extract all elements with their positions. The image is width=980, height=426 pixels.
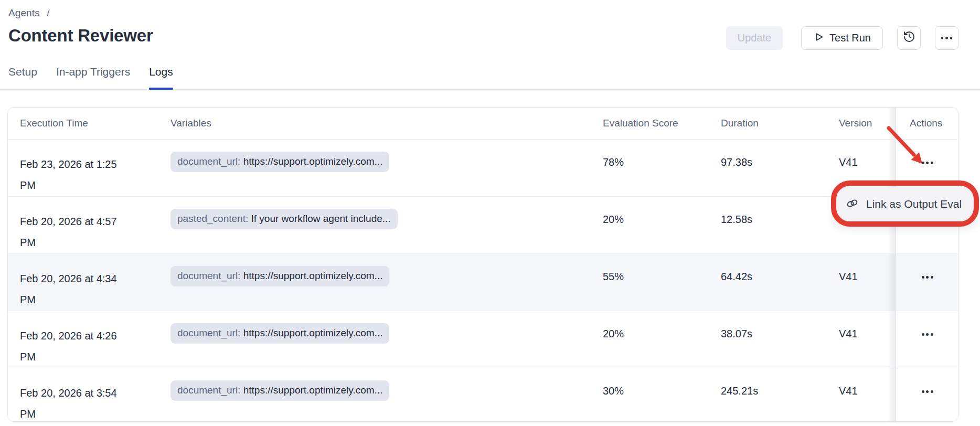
link-icon [845, 196, 859, 212]
table-row[interactable]: Feb 23, 2026 at 1:25 PM document_url: ht… [8, 140, 958, 197]
tab-in-app-triggers[interactable]: In-app Triggers [56, 66, 130, 89]
tab-logs[interactable]: Logs [149, 66, 173, 89]
table-row[interactable]: Feb 20, 2026 at 4:34 PM document_url: ht… [8, 254, 958, 311]
table-row[interactable]: Feb 20, 2026 at 4:57 PM pasted_content: … [8, 197, 958, 254]
variable-value: https://support.optimizely.com... [243, 156, 383, 167]
row-actions-button[interactable] [921, 331, 934, 338]
variable-value: https://support.optimizely.com... [243, 385, 383, 396]
variable-name: document_url: [177, 385, 240, 396]
execution-time-cell: Feb 20, 2026 at 4:26 PM [8, 311, 163, 368]
logs-table-card: Execution Time Variables Evaluation Scor… [7, 107, 958, 422]
test-run-button[interactable]: Test Run [801, 26, 883, 50]
variable-value: https://support.optimizely.com... [243, 327, 383, 338]
tab-bar: Setup In-app Triggers Logs [0, 66, 980, 90]
variable-chip: document_url: https://support.optimizely… [171, 380, 389, 401]
variables-cell: document_url: https://support.optimizely… [163, 254, 595, 311]
page-header: Agents / Content Reviewer Update Test Ru… [0, 0, 980, 46]
column-header-execution-time: Execution Time [8, 118, 163, 129]
version-cell: V41 [832, 368, 896, 422]
duration-cell: 97.38s [713, 140, 832, 196]
evaluation-score-cell: 20% [595, 197, 713, 253]
test-run-label: Test Run [829, 32, 871, 44]
ellipsis-icon [941, 37, 953, 39]
table-row[interactable]: Feb 20, 2026 at 4:26 PM document_url: ht… [8, 311, 958, 368]
version-cell: V41 [832, 311, 896, 368]
variable-chip: document_url: https://support.optimizely… [171, 266, 389, 286]
table-row[interactable]: Feb 20, 2026 at 3:54 PM document_url: ht… [8, 368, 958, 422]
duration-cell: 64.42s [713, 254, 832, 311]
table-body: Feb 23, 2026 at 1:25 PM document_url: ht… [8, 140, 958, 422]
column-header-duration: Duration [713, 118, 832, 129]
breadcrumb-separator: / [47, 7, 49, 18]
variable-name: document_url: [177, 270, 240, 281]
history-icon [903, 30, 915, 46]
actions-cell [896, 368, 958, 422]
variable-chip: document_url: https://support.optimizely… [171, 323, 389, 344]
breadcrumb-agents-link[interactable]: Agents [8, 7, 40, 18]
column-header-evaluation-score: Evaluation Score [595, 118, 713, 129]
actions-cell [896, 254, 958, 311]
execution-time-cell: Feb 23, 2026 at 1:25 PM [8, 140, 163, 196]
more-options-button[interactable] [935, 26, 958, 50]
duration-cell: 12.58s [713, 197, 832, 253]
breadcrumb: Agents / [8, 7, 980, 19]
evaluation-score-cell: 20% [595, 311, 713, 368]
duration-cell: 245.21s [713, 368, 832, 422]
variable-value: If your workflow agent include... [251, 213, 391, 224]
duration-cell: 38.07s [713, 311, 832, 368]
variable-name: document_url: [177, 156, 240, 167]
version-history-button[interactable] [897, 26, 921, 50]
context-menu-item-label: Link as Output Eval [866, 198, 962, 210]
evaluation-score-cell: 78% [595, 140, 713, 196]
update-button[interactable]: Update [726, 26, 783, 50]
tab-setup[interactable]: Setup [8, 66, 37, 89]
evaluation-score-cell: 30% [595, 368, 713, 422]
execution-time-cell: Feb 20, 2026 at 3:54 PM [8, 368, 163, 422]
column-header-actions: Actions [896, 108, 958, 139]
row-actions-button[interactable] [921, 274, 934, 281]
table-header: Execution Time Variables Evaluation Scor… [8, 108, 958, 140]
context-menu-link-as-output-eval[interactable]: Link as Output Eval [836, 187, 974, 221]
variable-name: pasted_content: [177, 213, 248, 224]
version-cell: V41 [832, 254, 896, 311]
actions-cell [896, 311, 958, 368]
variables-cell: pasted_content: If your workflow agent i… [163, 197, 595, 253]
row-actions-button[interactable] [921, 159, 934, 166]
execution-time-cell: Feb 20, 2026 at 4:34 PM [8, 254, 163, 311]
variable-chip: pasted_content: If your workflow agent i… [171, 209, 398, 229]
variables-cell: document_url: https://support.optimizely… [163, 368, 595, 422]
row-actions-button[interactable] [921, 388, 934, 395]
header-actions: Update Test Run [726, 26, 958, 50]
variable-name: document_url: [177, 327, 240, 338]
variables-cell: document_url: https://support.optimizely… [163, 311, 595, 368]
execution-time-cell: Feb 20, 2026 at 4:57 PM [8, 197, 163, 253]
variable-value: https://support.optimizely.com... [243, 270, 383, 281]
play-icon [813, 31, 824, 45]
evaluation-score-cell: 55% [595, 254, 713, 311]
variables-cell: document_url: https://support.optimizely… [163, 140, 595, 196]
column-header-version: Version [832, 118, 896, 129]
column-header-variables: Variables [163, 118, 595, 129]
variable-chip: document_url: https://support.optimizely… [171, 152, 389, 172]
